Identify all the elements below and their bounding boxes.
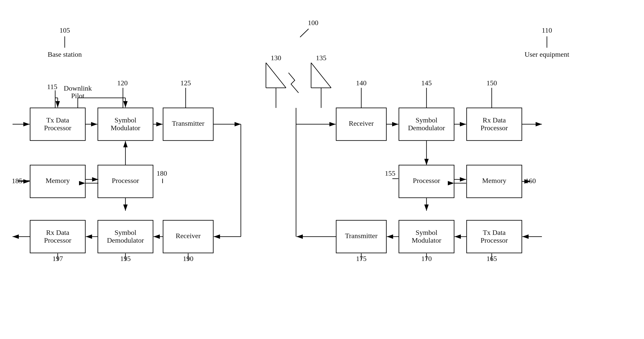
label-processor-right: Processor xyxy=(413,177,441,184)
label-downlink: Downlink xyxy=(64,84,92,92)
label-tx-data-r-1: Tx Data xyxy=(483,229,506,236)
label-rx-data-proc-2: Processor xyxy=(44,236,72,244)
ref-180: 180 xyxy=(157,169,167,177)
label-sym-mod-1: Symbol xyxy=(114,116,136,124)
svg-line-2 xyxy=(300,29,309,37)
label-receiver-right: Receiver xyxy=(349,119,374,127)
ref-150: 150 xyxy=(486,79,497,87)
ref-155: 155 xyxy=(385,169,395,177)
ref-130: 130 xyxy=(271,54,281,62)
svg-line-5 xyxy=(266,63,286,88)
label-memory-left: Memory xyxy=(46,177,70,184)
label-rx-data-r-2: Processor xyxy=(481,124,508,132)
label-transmitter-left: Transmitter xyxy=(172,119,204,127)
label-sym-mod-r-2: Modulator xyxy=(412,236,442,244)
ref-140: 140 xyxy=(356,79,367,87)
label-rx-data-proc-1: Rx Data xyxy=(46,229,69,236)
ref-105: 105 xyxy=(59,26,70,34)
label-tx-data-proc-2: Processor xyxy=(44,124,72,132)
ref-135: 135 xyxy=(316,54,326,62)
label-transmitter-right: Transmitter xyxy=(345,232,378,240)
ref-110: 110 xyxy=(542,26,552,34)
ref-100: 100 xyxy=(308,19,318,27)
label-sym-mod-r-1: Symbol xyxy=(415,229,437,236)
diagram-container: 100 105 Base station 110 User equipment … xyxy=(0,0,644,339)
label-sym-demod-1: Symbol xyxy=(114,229,136,236)
label-rx-data-r-1: Rx Data xyxy=(483,116,506,124)
label-sym-mod-2: Modulator xyxy=(111,124,140,132)
label-tx-data-r-2: Processor xyxy=(481,236,508,244)
ref-145: 145 xyxy=(421,79,432,87)
label-sym-demod-2: Demodulator xyxy=(107,236,144,244)
label-user-equipment: User equipment xyxy=(525,50,569,58)
svg-line-9 xyxy=(311,63,331,88)
label-sym-demod-r-2: Demodulator xyxy=(408,124,445,132)
label-sym-demod-r-1: Symbol xyxy=(415,116,437,124)
label-receiver-left: Receiver xyxy=(176,232,201,240)
ref-120: 120 xyxy=(117,79,128,87)
label-tx-data-proc-1: Tx Data xyxy=(46,116,69,124)
label-base-station: Base station xyxy=(48,50,82,58)
ref-115: 115 xyxy=(47,83,57,91)
label-memory-right: Memory xyxy=(482,177,506,184)
ref-160: 160 xyxy=(525,177,536,185)
ref-125: 125 xyxy=(180,79,191,87)
label-processor-left: Processor xyxy=(112,177,139,184)
